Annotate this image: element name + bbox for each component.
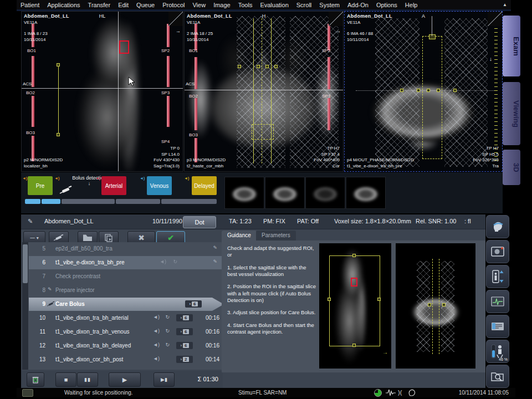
slice-position-line[interactable] — [58, 65, 59, 135]
scrollbar-thumb[interactable] — [23, 244, 28, 283]
slice-handle-bottom[interactable] — [57, 133, 60, 136]
image-thumbnail[interactable] — [305, 177, 345, 209]
menu-item-view[interactable]: View — [188, 2, 209, 8]
patient-registration-button[interactable] — [486, 215, 509, 238]
slice-group-line[interactable] — [253, 18, 254, 163]
image-thumbnail[interactable] — [346, 177, 386, 209]
menu-item-system[interactable]: System — [315, 2, 344, 8]
queue-row-10[interactable]: 10 t1_vibe_dixon_tra_bh_arterial ◄) ↻ › … — [29, 311, 222, 325]
row-number: 5 — [30, 245, 45, 252]
queue-row-5[interactable]: 5 ep2d_diff_b50_800_tra ✎ — [29, 242, 222, 255]
bolus-slab-box[interactable] — [422, 36, 442, 159]
menu-item-queue[interactable]: Queue — [132, 2, 158, 8]
skip-button[interactable]: ▶▮ — [154, 372, 175, 387]
queue-row-12[interactable]: 12 t1_vibe_dixon_tra_bh_delayed ◄) ↻ › 6… — [29, 339, 222, 352]
dot-button[interactable]: Dot — [183, 216, 216, 228]
care-bolus-roi-preview[interactable] — [351, 278, 357, 287]
pause-button[interactable]: ▮▮ — [77, 372, 98, 387]
measurement-progress-pie-icon — [374, 389, 382, 397]
image-thumbnail[interactable] — [265, 177, 305, 209]
tab-guidance[interactable]: Guidance — [222, 231, 257, 241]
menu-item-edit[interactable]: Edit — [114, 2, 132, 8]
viewport-axial[interactable]: ↓ Abdomen_Dot_LL VE11A 6 IMA 46 / 88 10/… — [344, 11, 503, 172]
image-number: 1 IMA 8 / 23 — [24, 31, 48, 36]
queue-scrollbar[interactable] — [22, 242, 28, 370]
pulse-waveform-icon — [386, 389, 396, 396]
slice-handle-top[interactable] — [57, 63, 60, 66]
menu-item-addon[interactable]: Add-On — [344, 2, 372, 8]
fov-handle[interactable] — [328, 298, 331, 301]
viewport-coronal[interactable]: BO1 BO2 BO3 SP2 SP3 → Abdomen_Dot_LL VE1… — [184, 11, 344, 172]
snapshot-button[interactable] — [486, 240, 509, 263]
coil-bar — [195, 57, 197, 89]
menu-item-tools[interactable]: Tools — [234, 2, 257, 8]
protocol-title: Abdomen_Dot_LL — [44, 218, 94, 224]
guidance-sagittal-image[interactable]: → — [319, 243, 391, 369]
direction-arrow-icon: → — [382, 349, 388, 355]
scan-time: 00:16 — [206, 342, 219, 349]
slice-group-line[interactable] — [271, 18, 272, 163]
menu-item-scroll[interactable]: Scroll — [293, 2, 316, 8]
menu-item-protocol[interactable]: Protocol — [158, 2, 188, 8]
corner-fold — [168, 12, 183, 26]
queue-row-8[interactable]: 8 ✎ Prepare injector — [29, 284, 222, 297]
delete-button[interactable] — [27, 372, 44, 387]
guidance-axial-image[interactable] — [396, 243, 475, 369]
menu-item-evaluation[interactable]: Evaluation — [256, 2, 292, 8]
menu-item-applications[interactable]: Applications — [43, 2, 84, 8]
queue-row-7[interactable]: 7 Check precontrast — [29, 270, 222, 283]
phase-arterial[interactable]: Arterial — [101, 176, 126, 195]
thumbnail-image — [349, 180, 383, 206]
phase-delayed[interactable]: Delayed — [192, 176, 217, 195]
menu-item-patient[interactable]: Patient — [17, 2, 43, 8]
physio-signal-button[interactable] — [486, 290, 509, 313]
play-button[interactable]: ▶ — [109, 372, 141, 387]
menu-item-help[interactable]: Help — [401, 2, 422, 8]
edit-properties-icon[interactable]: ✎ — [213, 259, 217, 264]
edit-properties-icon[interactable]: ✎ — [213, 245, 217, 250]
audio-icon: ◄) — [184, 176, 189, 180]
menu-item-options[interactable]: Options — [372, 2, 401, 8]
fov-handle[interactable] — [352, 254, 356, 257]
step-arrow-icon[interactable]: → — [176, 28, 181, 34]
crosshair-horizontal-line — [22, 88, 183, 89]
scroll-down-icon[interactable]: ↓ — [489, 56, 492, 62]
step-arrow-icon[interactable]: → — [336, 28, 341, 34]
menu-item-transfer[interactable]: Transfer — [84, 2, 115, 8]
protocol-printout-button[interactable] — [486, 315, 509, 338]
tab-parameters[interactable]: Parameters — [256, 231, 296, 241]
table-position-button[interactable] — [486, 265, 509, 288]
fov-handle[interactable] — [377, 298, 381, 301]
protocol-header: ✎ Abdomen_Dot_LL 10/11/1990 TA: 1:23 PM:… — [21, 214, 485, 229]
queue-row-6[interactable]: 6 t1_vibe_e-dixon_tra_bh_pre ◄) ↻ ✎ — [29, 256, 222, 269]
slice-marker — [274, 65, 278, 68]
phase-pre[interactable]: Pre — [28, 176, 53, 195]
camera-icon — [491, 246, 504, 257]
viewport-sagittal[interactable]: BO1 BO2 BO3 SP2 SP3 SP4 → Abdomen_Dot_LL… — [21, 11, 183, 172]
head-outline-icon — [408, 389, 416, 396]
queue-row-9-current[interactable]: 9 Care Bolus › 6 — [29, 298, 224, 311]
tab-viewing[interactable]: Viewing — [503, 82, 520, 145]
gradient-icon: )( — [398, 389, 402, 396]
status-indicator-icon — [22, 389, 33, 397]
tab-3d[interactable]: 3D — [503, 150, 520, 185]
coil-label: SP3 — [322, 94, 330, 99]
queue-row-13[interactable]: 13 t1_vibe_dixon_cor_bh_post ◄) › 2 00:1… — [29, 353, 222, 366]
edit-protocol-icon[interactable]: ✎ — [28, 218, 33, 225]
care-bolus-roi[interactable] — [119, 40, 129, 54]
menu-item-image[interactable]: Image — [209, 2, 234, 8]
slice-center-line[interactable] — [262, 18, 262, 163]
fov-handle[interactable] — [352, 344, 356, 347]
slab-handle-top[interactable] — [429, 34, 436, 39]
browse-images-button[interactable] — [486, 365, 509, 388]
bolus-track-box[interactable] — [252, 124, 274, 140]
phase-venous[interactable]: Venous — [147, 176, 172, 195]
image-thumbnail[interactable] — [224, 177, 264, 209]
tab-exam[interactable]: Exam — [503, 16, 520, 76]
queue-row-11[interactable]: 11 t1_vibe_dixon_tra_bh_venous ◄) ↻ › 6 … — [29, 325, 222, 339]
stop-button[interactable]: ■ — [55, 372, 76, 387]
fov-box[interactable] — [329, 255, 380, 346]
menu-scroll-icon[interactable]: ▲ — [499, 2, 511, 7]
mouse-cursor — [128, 76, 135, 86]
scan-time: 00:14 — [206, 356, 219, 362]
